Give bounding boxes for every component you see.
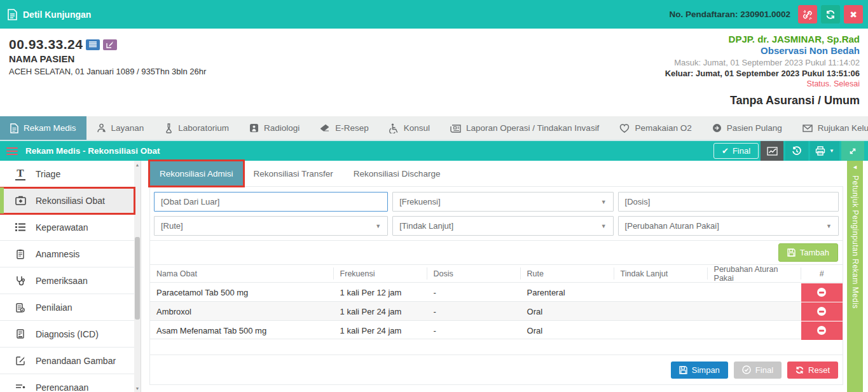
list-icon [14,223,27,231]
scroll-down-icon[interactable]: ▼ [134,384,141,392]
patient-history-button[interactable] [86,39,100,50]
tab-pemakaian-o2[interactable]: Pemakaian O2 [609,116,701,140]
sidebar-item-penilaian[interactable]: Penilaian [0,294,135,321]
delete-row-button[interactable] [801,321,843,340]
sidebar-item-perencanaan[interactable]: Perencanaan [0,374,135,392]
check-circle-icon [742,365,751,374]
save-icon [787,248,796,257]
table-row: Paracetamol Tab 500 mg 1 kali Per 12 jam… [150,282,843,301]
tab-rekam-medis[interactable]: Rekam Medis [0,116,86,140]
tab-rujukan-keluar[interactable]: Rujukan Keluar [792,116,868,140]
scroll-up-icon[interactable]: ▲ [134,161,141,168]
rute-select[interactable]: [Rute] ▼ [154,216,388,236]
scrollbar-thumb[interactable] [135,237,140,320]
refresh-button[interactable] [821,5,840,24]
registration-number: No. Pendaftaran: 230901.0002 [669,10,790,19]
patient-birth-info: ACEH SELATAN, 01 Januari 1089 / 935Thn 3… [9,67,206,76]
list-dot-icon [14,384,27,392]
document-icon [14,329,27,339]
dpjp-doctor: DPJP. dr. JASMINAR, Sp.Rad [665,34,860,44]
doctor-icon [97,123,106,133]
tab-pasien-pulang[interactable]: Pasien Pulang [702,116,792,140]
minus-circle-icon [817,307,826,316]
section-title: Rekam Medis - Rekonsiliasi Obat [25,146,160,156]
close-icon: ✖ [850,10,857,20]
menu-toggle-icon[interactable] [6,147,18,155]
history-icon [792,146,802,156]
expand-icon [848,147,857,156]
perubahan-aturan-pakai-select[interactable]: [Perubahan Aturan Pakai] ▼ [618,216,839,236]
tab-laboratorium[interactable]: Laboratorium [154,116,239,140]
tab-layanan[interactable]: Layanan [86,116,155,140]
frekuensi-select[interactable]: [Frekuensi] ▼ [392,192,613,212]
newspaper-icon [450,124,461,133]
print-icon [815,146,825,156]
petunjuk-side-strip[interactable]: ◄ Petunjuk Penginputan Rekam Medis [847,161,863,392]
tab-rekonsiliasi-admisi[interactable]: Rekonsiliasi Admisi [149,161,244,186]
final-button-disabled[interactable]: Final [734,362,782,379]
refresh-icon [825,10,836,20]
collapse-left-icon: ◄ [852,165,858,170]
dosis-input[interactable]: [Dosis] [618,192,839,212]
sidebar-item-keperawatan[interactable]: Keperawatan [0,214,135,241]
sidebar-item-pemeriksaan[interactable]: Pemeriksaan [0,267,135,294]
tab-e-resep[interactable]: E-Resep [310,116,379,140]
expand-button[interactable] [841,141,864,161]
sidebar-item-penandaan-gambar[interactable]: Penandaan Gambar [0,348,135,374]
unlink-button[interactable] [798,5,817,24]
tab-rekonsiliasi-discharge[interactable]: Rekonsiliasi Discharge [343,161,451,186]
module-tabbar: Rekam Medis Layanan Laboratorium Radiolo… [0,116,868,141]
radiology-icon [249,123,259,133]
sidebar-item-anamnesis[interactable]: Anamnesis [0,241,135,267]
section-header: Rekam Medis - Rekonsiliasi Obat ✔ Final … [0,141,868,161]
table-header-row: Nama Obat Frekuensi Dosis Rute Tindak La… [150,265,843,282]
minus-circle-icon [817,288,826,297]
tindak-lanjut-select[interactable]: [Tindak Lanjut] ▼ [392,216,613,236]
envelope-icon [803,125,813,132]
tab-laporan-operasi[interactable]: Laporan Operasi / Tindakan Invasif [440,116,609,140]
print-caret-icon: ▼ [829,148,834,154]
flask-icon [164,123,173,133]
clipboard-icon [14,249,27,259]
sidebar-item-diagnosis-icd[interactable]: Diagnosis (ICD) [0,321,135,348]
detail-kunjungan-window: Detil Kunjungan No. Pendaftaran: 230901.… [0,0,868,392]
delete-row-button[interactable] [801,283,843,302]
check-icon: ✔ [722,146,729,156]
list-icon [89,41,97,48]
chevron-down-icon: ▼ [601,199,607,205]
stethoscope-icon [14,276,27,286]
clipboard-check-icon [14,302,27,313]
reconciliation-tabs: Rekonsiliasi Admisi Rekonsiliasi Transfe… [149,161,843,186]
chevron-down-icon: ▼ [601,223,607,229]
table-row: Ambroxol 1 kali Per 24 jam - Oral [150,301,843,320]
file-icon [10,123,18,133]
unlink-icon [803,10,813,20]
sidebar-item-triage[interactable]: T Triage [0,161,135,187]
tab-rekonsiliasi-transfer[interactable]: Rekonsiliasi Transfer [244,161,343,186]
save-icon [679,366,687,374]
table-row: Asam Mefenamat Tab 500 mg 1 kali Per 24 … [150,320,843,339]
edit-patient-button[interactable] [103,39,117,50]
sidebar-scrollbar[interactable]: ▲ ▼ [134,161,141,392]
delete-row-button[interactable] [801,302,843,321]
tab-konsul[interactable]: Konsul [379,116,440,140]
visit-status: Status. Selesai [665,79,860,88]
simpan-button[interactable]: Simpan [671,362,728,379]
reset-button[interactable]: Reset [787,362,838,379]
close-button[interactable]: ✖ [844,5,863,24]
patient-header: 00.93.33.24 NAMA PASIEN ACEH SELATAN, 01… [0,29,868,116]
tab-radiologi[interactable]: Radiologi [239,116,310,140]
reconciliation-panel: [Obat Dari Luar] [Frekuensi] ▼ [Dosis] [… [149,186,843,385]
window-title: Detil Kunjungan [23,10,91,20]
tambah-button[interactable]: Tambah [778,243,838,262]
print-button[interactable]: ▼ [810,141,839,161]
final-toolbar-button[interactable]: ✔ Final [713,143,759,159]
insurance-type: Tanpa Asuransi / Umum [665,94,860,107]
history-button[interactable] [785,141,808,161]
sidebar-item-rekonsiliasi-obat[interactable]: Rekonsiliasi Obat [0,187,135,214]
heart-icon [619,124,630,133]
titlebar: Detil Kunjungan No. Pendaftaran: 230901.… [0,0,868,29]
chart-button[interactable] [761,141,783,161]
chart-icon [767,147,778,156]
obat-dari-luar-input[interactable]: [Obat Dari Luar] [154,192,388,212]
